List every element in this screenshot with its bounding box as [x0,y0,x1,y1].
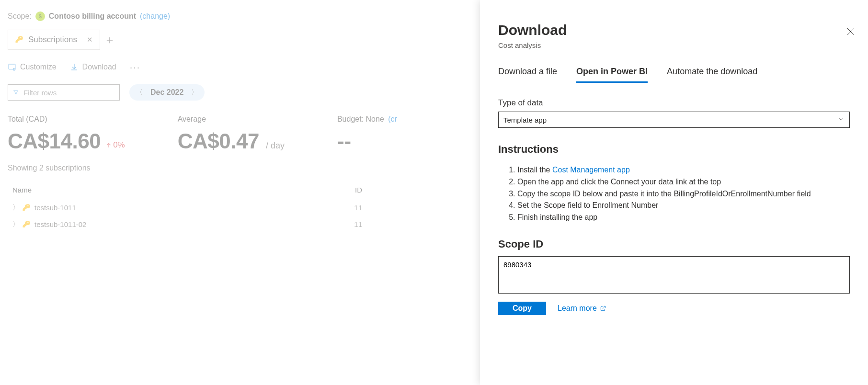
row-name: testsub-1011 [34,204,343,212]
create-budget-link[interactable]: (cr [388,115,397,123]
filter-icon [13,89,19,96]
expand-row-icon[interactable]: 〉 [12,220,22,229]
date-next-button[interactable]: 〉 [189,86,200,99]
cost-management-app-link[interactable]: Cost Management app [552,166,630,174]
instructions-list: Install the Cost Management app Open the… [498,164,850,224]
subscription-key-icon [22,220,34,229]
filter-text-field[interactable] [23,89,114,97]
metric-total-delta: 0% [105,140,125,150]
view-tab-subscriptions[interactable]: Subscriptions ✕ [8,30,100,50]
expand-row-icon[interactable]: 〉 [12,203,22,212]
add-view-tab[interactable]: ＋ [100,32,119,47]
scope-id-label: Scope ID [498,238,850,250]
col-header-id[interactable]: ID [343,186,362,194]
scope-id-field[interactable] [498,256,850,294]
panel-tabs: Download a file Open in Power BI Automat… [498,67,850,83]
table-row[interactable]: 〉 testsub-1011 11 [8,199,362,216]
subscription-key-icon [22,204,34,212]
date-range-label[interactable]: Dec 2022 [150,88,183,97]
col-header-name[interactable]: Name [12,186,343,194]
table-row[interactable]: 〉 testsub-1011-02 11 [8,216,362,233]
learn-more-link[interactable]: Learn more [558,304,606,313]
instruction-step: Copy the scope ID below and paste it int… [517,188,850,200]
instruction-step: Open the app and click the Connect your … [517,176,850,188]
type-of-data-select[interactable]: Template app [498,112,850,128]
tab-open-powerbi[interactable]: Open in Power BI [576,67,648,83]
type-of-data-value: Template app [503,116,547,124]
metric-total-label: Total (CAD) [8,115,125,124]
metric-average: Average CA$0.47 / day [178,115,285,153]
download-button[interactable]: Download [70,63,116,71]
view-tab-label: Subscriptions [28,35,77,45]
date-range-selector: 〈 Dec 2022 〉 [129,84,205,101]
close-tab-icon[interactable]: ✕ [87,35,93,44]
metric-budget-label: Budget: None [337,115,384,123]
download-panel: Download Cost analysis Download a file O… [480,0,868,385]
instructions-heading: Instructions [498,143,850,156]
panel-title: Download [498,22,850,38]
filter-rows-input[interactable] [8,84,120,101]
arrow-up-icon [105,142,112,148]
key-icon [15,35,23,44]
row-id: 11 [343,220,362,228]
metric-total-value: CA$14.60 [8,129,101,153]
close-panel-button[interactable] [846,27,856,38]
scope-label: Scope: [8,12,32,21]
close-icon [846,27,856,36]
key-icon [22,204,31,212]
metric-budget-value: -- [337,129,351,153]
scope-change-link[interactable]: (change) [140,12,170,21]
tab-automate-download[interactable]: Automate the download [667,67,757,83]
customize-button[interactable]: Customize [8,63,57,71]
instruction-step: Set the Scope field to Enrollment Number [517,200,850,212]
subscriptions-grid: Name ID 〉 testsub-1011 11 〉 testsub-1011… [8,182,362,233]
svg-rect-0 [9,64,15,69]
panel-subtitle: Cost analysis [498,41,850,49]
row-id: 11 [343,204,362,212]
metric-average-unit: / day [266,141,285,151]
key-icon [22,220,31,229]
instruction-step: Install the Cost Management app [517,164,850,176]
chevron-down-icon [838,116,845,124]
customize-icon [8,63,16,71]
row-name: testsub-1011-02 [34,220,343,228]
instruction-step: Finish installing the app [517,212,850,224]
metric-total: Total (CAD) CA$14.60 0% [8,115,125,153]
date-prev-button[interactable]: 〈 [134,86,145,99]
more-actions-button[interactable]: ··· [130,62,141,72]
metric-average-label: Average [178,115,285,124]
download-icon [70,63,79,71]
type-of-data-label: Type of data [498,98,850,108]
tab-download-file[interactable]: Download a file [498,67,557,83]
scope-name[interactable]: Contoso billing account [49,12,136,21]
external-link-icon [600,305,606,312]
copy-button[interactable]: Copy [498,302,546,315]
billing-account-icon: $ [35,11,45,21]
metric-budget: Budget: None (cr -- [337,115,397,153]
metric-average-value: CA$0.47 [178,129,259,153]
panel-actions: Copy Learn more [498,302,850,315]
grid-header: Name ID [8,182,362,199]
